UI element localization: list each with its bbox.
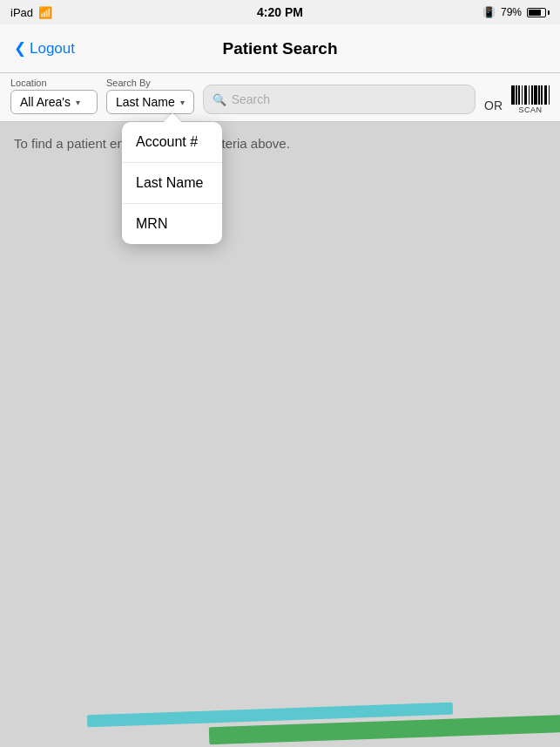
status-time: 4:20 PM (257, 5, 303, 19)
content-area: To find a patient enter the search crite… (0, 122, 560, 747)
back-chevron-icon: ❮ (14, 39, 26, 58)
dropdown-item-account[interactable]: Account # (122, 122, 222, 163)
location-dropdown-arrow: ▾ (76, 98, 80, 107)
status-right: 📳 79% (482, 6, 550, 18)
nav-bar: ❮ Logout Patient Search (0, 24, 560, 73)
location-group: Location All Area's ▾ (10, 78, 98, 114)
back-label: Logout (30, 40, 75, 58)
location-value: All Area's (20, 95, 71, 109)
dropdown-arrow (164, 113, 181, 122)
battery-percent: 79% (501, 6, 522, 18)
back-button[interactable]: ❮ Logout (14, 39, 75, 58)
search-by-dropdown-arrow: ▾ (180, 98, 185, 107)
page-title: Patient Search (223, 39, 338, 58)
bottom-decoration (0, 677, 560, 747)
status-bar: iPad 📶 4:20 PM 📳 79% (0, 0, 560, 24)
search-icon: 🔍 (213, 93, 226, 106)
search-by-label: Search By (106, 78, 194, 88)
bluetooth-icon: 📳 (482, 6, 496, 18)
device-label: iPad (10, 6, 33, 19)
toolbar: Location All Area's ▾ Search By Last Nam… (0, 73, 560, 122)
dropdown-item-lastname[interactable]: Last Name (122, 163, 222, 204)
search-box[interactable]: 🔍 Search (203, 85, 476, 114)
or-label: OR (484, 98, 503, 114)
search-by-dropdown-menu: Account # Last Name MRN (122, 122, 222, 244)
location-dropdown[interactable]: All Area's ▾ (10, 90, 98, 114)
search-by-value: Last Name (116, 95, 175, 109)
battery-indicator (527, 8, 550, 17)
wifi-icon: 📶 (38, 6, 52, 19)
status-left: iPad 📶 (10, 6, 52, 19)
search-by-dropdown[interactable]: Last Name ▾ (106, 90, 194, 114)
search-placeholder: Search (232, 92, 270, 106)
search-by-group: Search By Last Name ▾ (106, 78, 194, 114)
location-label: Location (10, 78, 98, 88)
scan-label: SCAN (518, 105, 542, 114)
dropdown-item-mrn[interactable]: MRN (122, 204, 222, 244)
barcode-icon (511, 85, 550, 105)
scan-button[interactable]: SCAN (511, 85, 550, 114)
